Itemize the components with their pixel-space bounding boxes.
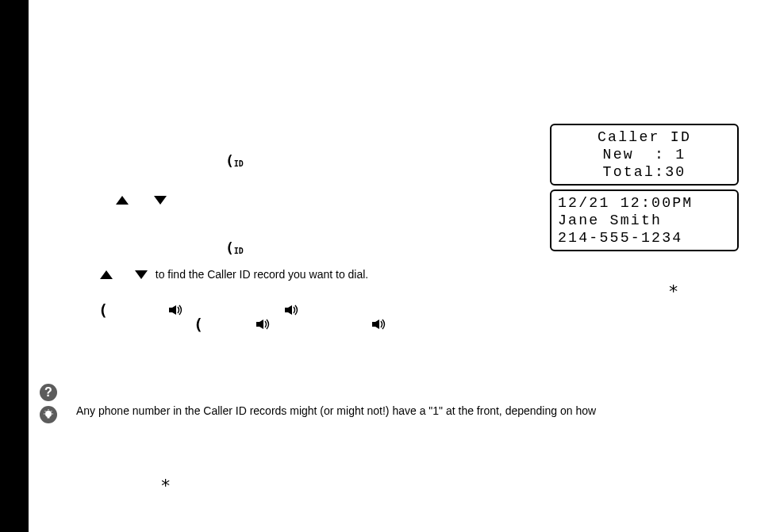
lcd-line: Jane Smith xyxy=(558,212,662,228)
svg-rect-9 xyxy=(48,416,50,419)
arrow-down-icon xyxy=(154,196,167,205)
help-question-icon: ? xyxy=(40,384,59,403)
svg-line-13 xyxy=(45,411,46,411)
footnote-star-icon: * xyxy=(160,476,171,496)
arrow-up-icon xyxy=(100,270,113,279)
edge-tab xyxy=(0,0,29,532)
spacer xyxy=(117,265,130,284)
svg-rect-6 xyxy=(372,322,375,327)
arrow-up-icon xyxy=(116,196,129,205)
lcd-caller-id-record: 12/21 12:00PM Jane Smith 214-555-1234 xyxy=(550,189,739,251)
svg-marker-7 xyxy=(375,320,379,329)
lcd-line: 12/21 12:00PM xyxy=(558,195,694,211)
speaker-key-icon xyxy=(168,304,184,316)
talk-key-icon: ( xyxy=(194,319,203,330)
step-line: (ID xyxy=(222,155,540,174)
svg-point-8 xyxy=(45,411,52,417)
lightbulb-icon xyxy=(40,406,57,423)
svg-marker-3 xyxy=(288,305,292,315)
lcd-line: New : 1 xyxy=(603,147,686,163)
caller-id-key-icon: (ID xyxy=(225,243,244,262)
speaker-key-icon xyxy=(256,319,271,330)
help-bulb-icon xyxy=(40,406,59,425)
lcd-caller-id-summary: Caller ID New : 1 Total:30 xyxy=(550,124,739,186)
question-mark-icon: ? xyxy=(40,384,57,401)
step-text: to find the Caller ID record you want to… xyxy=(152,265,371,284)
lcd-line: Caller ID xyxy=(598,129,691,145)
spacer xyxy=(133,190,149,209)
instruction-block: (ID (ID to find the Caller ID record you… xyxy=(48,119,540,333)
step-line: ( xyxy=(95,304,540,316)
svg-rect-0 xyxy=(169,308,172,312)
svg-line-14 xyxy=(52,411,52,411)
step-line: ( xyxy=(190,319,540,330)
lcd-line: Total:30 xyxy=(603,164,686,180)
speaker-key-icon xyxy=(371,319,387,330)
caller-id-key-icon: (ID xyxy=(225,155,244,174)
step-line: to find the Caller ID record you want to… xyxy=(95,265,540,284)
svg-rect-2 xyxy=(285,308,288,312)
talk-key-icon: ( xyxy=(98,304,108,316)
svg-rect-4 xyxy=(256,322,259,327)
arrow-down-icon xyxy=(135,270,148,279)
footnote-star-icon: * xyxy=(668,281,678,301)
help-text: Any phone number in the Caller ID record… xyxy=(76,404,727,417)
step-line: (ID xyxy=(222,243,540,262)
lcd-line: 214-555-1234 xyxy=(558,230,682,246)
speaker-key-icon xyxy=(284,304,300,316)
svg-marker-5 xyxy=(259,320,263,329)
svg-marker-1 xyxy=(172,305,176,315)
step-line xyxy=(111,190,540,209)
